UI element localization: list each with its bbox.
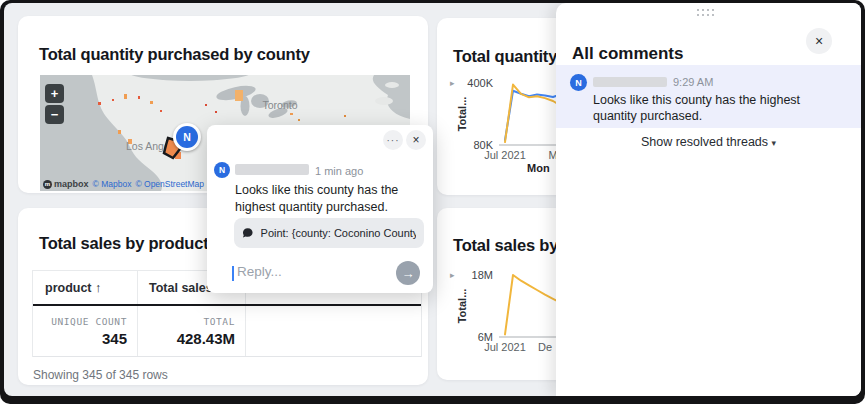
column-header-product[interactable]: product ↑: [33, 271, 137, 304]
comment-body: Looks like this county has the highest q…: [235, 182, 421, 216]
svg-text:18M: 18M: [472, 269, 493, 281]
close-panel-button[interactable]: ×: [806, 28, 832, 54]
more-options-button[interactable]: ···: [383, 130, 403, 150]
svg-text:Jul 2021: Jul 2021: [484, 341, 526, 353]
map-label-toronto: Toronto: [262, 99, 297, 111]
osm-attribution-link[interactable]: © OpenStreetMap: [135, 179, 204, 189]
comments-panel-title: All comments: [572, 44, 683, 64]
comment-timestamp: 1 min ago: [315, 165, 363, 177]
summary-value: 428.43M: [137, 330, 235, 347]
summary-value: 345: [33, 330, 127, 347]
comment-popup: ··· × N 1 min ago Looks like this county…: [207, 125, 433, 293]
comment-bubble-icon: [242, 227, 254, 239]
point-context-chip[interactable]: Point: {county: Coconino County}: [234, 218, 424, 248]
reply-input[interactable]: [235, 263, 389, 280]
table-card-title: Total sales by product: [39, 234, 209, 253]
table-row-count: Showing 345 of 345 rows: [33, 368, 168, 382]
comment-map-pin-initial: N: [176, 126, 198, 148]
summary-label: UNIQUE COUNT: [33, 316, 127, 327]
show-resolved-threads-label: Show resolved threads: [641, 135, 768, 149]
show-resolved-threads-toggle[interactable]: Show resolved threads ▾: [556, 135, 861, 149]
svg-text:Jul 2021: Jul 2021: [484, 149, 526, 161]
close-popup-button[interactable]: ×: [406, 130, 426, 150]
comment-thread-item[interactable]: N 9:29 AM Looks like this county has the…: [556, 65, 861, 128]
comment-body: Looks like this county has the highest q…: [593, 92, 838, 124]
point-context-label: Point: {county: Coconino County}: [261, 227, 416, 239]
sort-ascending-icon: ↑: [95, 281, 101, 295]
svg-text:400K: 400K: [467, 77, 493, 89]
svg-text:De: De: [538, 341, 552, 353]
panel-drag-handle[interactable]: [697, 9, 716, 18]
summary-cell-total: TOTAL 428.43M: [137, 306, 245, 356]
map-card-title: Total quantity purchased by county: [39, 45, 310, 64]
redacted-user-name: [593, 77, 667, 87]
mapbox-logo-icon: m: [43, 180, 52, 189]
table-summary-row: UNIQUE COUNT 345 TOTAL 428.43M: [33, 306, 421, 357]
column-header-product-label: product: [45, 281, 92, 295]
map-zoom-controls: + −: [45, 84, 64, 124]
comment-timestamp: 9:29 AM: [673, 76, 713, 88]
chevron-down-icon: ▾: [772, 138, 777, 148]
avatar: N: [214, 162, 230, 178]
send-reply-button[interactable]: →: [396, 261, 420, 285]
summary-label: TOTAL: [137, 316, 235, 327]
window-frame: Total quantity purchased by county: [0, 0, 865, 404]
summary-cell-unique-count: UNIQUE COUNT 345: [33, 306, 137, 356]
map-zoom-in-button[interactable]: +: [45, 84, 64, 103]
text-cursor: [232, 266, 234, 281]
map-zoom-out-button[interactable]: −: [45, 105, 64, 124]
avatar: N: [570, 74, 587, 91]
comment-map-pin[interactable]: N: [173, 123, 201, 151]
mapbox-attribution-link[interactable]: © Mapbox: [93, 179, 132, 189]
dashboard-canvas: Total quantity purchased by county: [4, 3, 861, 396]
all-comments-panel: All comments × N 9:29 AM Looks like this…: [556, 3, 861, 396]
redacted-user-name: [235, 164, 309, 175]
column-header-total-sales-label: Total sales: [149, 281, 213, 295]
mapbox-logo: mmapbox: [43, 179, 89, 189]
svg-text:Mon: Mon: [527, 162, 550, 174]
